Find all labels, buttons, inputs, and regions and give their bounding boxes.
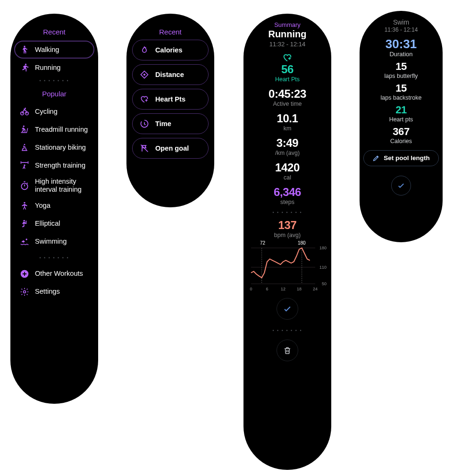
svg-point-16 [24, 290, 26, 293]
activity-item-hiit[interactable]: High intensity interval training [10, 174, 98, 197]
check-icon [397, 181, 405, 190]
stat-label: cal [243, 174, 331, 181]
goal-label: Heart Pts [155, 95, 185, 103]
stationary-bike-icon [19, 142, 30, 153]
svg-text:50: 50 [322, 281, 327, 286]
goal-label: Time [155, 120, 171, 128]
stat-calories: 367 Calories [360, 127, 443, 144]
activity-item-treadmill[interactable]: Treadmill running [10, 120, 98, 138]
trash-icon [283, 346, 292, 355]
settings-button[interactable]: Settings [10, 283, 98, 301]
stat-value: 6,346 [243, 187, 331, 198]
activity-item-cycling[interactable]: Cycling [10, 102, 98, 120]
activity-item-swimming[interactable]: Swimming [10, 233, 98, 251]
popular-header: Popular [10, 90, 98, 98]
svg-point-5 [23, 126, 25, 127]
svg-point-0 [24, 46, 25, 47]
running-icon [19, 62, 30, 73]
stat-value: 137 [243, 220, 331, 231]
stat-heart-pts: 21 Heart pts [360, 105, 443, 123]
duration-label: Duration [360, 51, 443, 58]
activity-picker-band: Recent Walking Running • • • • • • • Pop… [10, 14, 98, 404]
divider-dots: • • • • • • • [243, 328, 331, 333]
goal-label: Distance [155, 71, 184, 78]
heart-pts-icon [139, 94, 150, 104]
activity-item-elliptical[interactable]: Elliptical [10, 215, 98, 233]
svg-point-12 [24, 202, 25, 203]
goal-chip-distance[interactable]: Distance [132, 64, 209, 85]
stat-label: steps [243, 199, 331, 205]
stopwatch-icon [19, 180, 30, 191]
stat-label: Calories [360, 138, 443, 144]
goal-chip-heartpts[interactable]: Heart Pts [132, 89, 209, 110]
delete-button[interactable] [277, 340, 298, 361]
stat-label: /km (avg) [243, 150, 331, 156]
stat-steps: 6,346 steps [243, 187, 331, 205]
stat-pace: 3:49 /km (avg) [243, 137, 331, 156]
stat-laps-backstroke: 15 laps backstroke [360, 83, 443, 101]
gear-icon [19, 286, 30, 298]
time-range: 11:36 - 12:14 [360, 26, 443, 33]
stat-value: 3:49 [243, 137, 331, 149]
stat-value: 56 [243, 64, 331, 75]
activity-label: Yoga [35, 202, 90, 210]
svg-point-6 [24, 144, 25, 145]
svg-point-1 [25, 64, 26, 65]
duration-value: 30:31 [360, 37, 443, 51]
other-workouts-button[interactable]: Other Workouts [10, 265, 98, 283]
stat-label: Heart pts [360, 116, 443, 123]
divider-dots: • • • • • • • [243, 210, 331, 215]
confirm-button[interactable] [391, 176, 411, 196]
activity-label: Walking [35, 46, 90, 54]
activity-label: Cycling [35, 108, 90, 116]
svg-text:110: 110 [319, 265, 327, 270]
flame-icon [139, 45, 150, 55]
bpm-chart: 72 180 5011018006121824 [247, 242, 327, 291]
activity-label: Running [35, 64, 90, 72]
goal-chip-open[interactable]: Open goal [132, 138, 209, 159]
stat-value: 1420 [243, 162, 331, 173]
svg-point-17 [143, 74, 145, 76]
stat-active-time: 0:45:23 Active time [243, 88, 331, 107]
elliptical-icon [19, 218, 30, 230]
cycling-icon [19, 106, 30, 117]
running-summary-band: Summary Running 11:32 - 12:14 56 Heart P… [243, 14, 331, 470]
stat-value: 15 [360, 61, 443, 72]
activity-title: Running [243, 29, 331, 40]
goal-chip-calories[interactable]: Calories [132, 40, 209, 60]
set-pool-length-button[interactable]: Set pool length [363, 150, 439, 166]
swimming-icon [19, 236, 30, 247]
svg-point-13 [24, 220, 25, 221]
activity-item-walking[interactable]: Walking [14, 41, 94, 59]
recent-header: Recent [126, 28, 214, 36]
svg-point-11 [21, 183, 27, 189]
svg-rect-9 [28, 162, 29, 164]
chart-max-label: 180 [298, 240, 306, 246]
svg-text:0: 0 [250, 287, 252, 291]
activity-label: Stationary biking [35, 144, 90, 152]
svg-rect-7 [21, 162, 27, 163]
svg-text:12: 12 [281, 287, 285, 291]
time-range: 11:32 - 12:14 [243, 41, 331, 48]
time-icon [139, 119, 150, 129]
activity-item-strength[interactable]: Strength training [10, 156, 98, 174]
goal-chip-time[interactable]: Time [132, 113, 209, 134]
other-workouts-label: Other Workouts [35, 270, 90, 278]
activity-item-yoga[interactable]: Yoga [10, 197, 98, 215]
goal-label: Open goal [155, 144, 189, 152]
activity-item-stationary-bike[interactable]: Stationary biking [10, 138, 98, 156]
confirm-button[interactable] [277, 298, 298, 320]
activity-item-running[interactable]: Running [10, 59, 98, 76]
check-icon [283, 304, 292, 314]
goal-picker-band: Recent Calories Distance Heart Pts Time … [126, 14, 214, 207]
swim-summary-band: Swim 11:36 - 12:14 30:31 Duration 15 lap… [360, 11, 443, 242]
svg-point-14 [26, 238, 27, 240]
svg-text:24: 24 [313, 287, 318, 291]
stat-distance: 10.1 km [243, 113, 331, 132]
plus-circle-icon [19, 268, 30, 280]
activity-label: High intensity interval training [35, 178, 90, 194]
settings-label: Settings [35, 288, 90, 296]
chart-min-label: 72 [260, 240, 265, 246]
treadmill-icon [19, 124, 30, 135]
activity-label: Treadmill running [35, 126, 90, 134]
